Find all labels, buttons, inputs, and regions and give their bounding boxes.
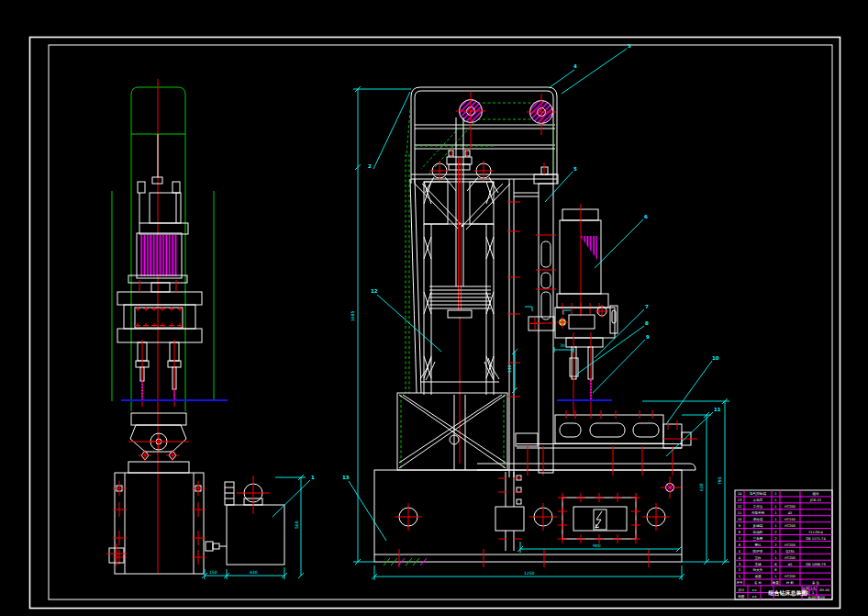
callout-label: 12 <box>371 288 378 294</box>
svg-text:电气控制箱: 电气控制箱 <box>750 491 766 496</box>
callout-label: 10 <box>712 355 719 361</box>
svg-text:5: 5 <box>739 550 740 554</box>
lightning-icon <box>595 511 602 528</box>
table-row: 5 防护罩 1 Q235 <box>735 549 832 554</box>
qty-value: 1 <box>812 591 814 595</box>
qty-label: 数量 <box>802 591 809 595</box>
svg-text:JCB-22: JCB-22 <box>809 498 821 502</box>
sheet-info: 共1张 第1张 <box>808 596 827 599</box>
svg-text:Q235: Q235 <box>785 550 795 554</box>
svg-text:立柱: 立柱 <box>754 555 762 560</box>
callout-label: 9 <box>646 334 650 340</box>
table-row: 6 带轮 2 HT200 <box>735 543 832 548</box>
svg-text:1: 1 <box>774 498 776 502</box>
table-row: 3 主轴 6 45 GB 1096-79 <box>735 562 832 567</box>
dimension-label: 1685 <box>351 310 355 321</box>
svg-text:11: 11 <box>738 511 742 515</box>
callout-label: 7 <box>645 304 649 309</box>
table-row: 1 底座 1 HT200 <box>735 574 832 579</box>
hood <box>415 184 510 230</box>
svg-text:HT150: HT150 <box>785 518 796 521</box>
title-block-sig: ×× <box>751 588 757 592</box>
callout-label: 13 <box>342 475 350 480</box>
svg-text:名 称: 名 称 <box>754 581 762 585</box>
svg-text:HT200: HT200 <box>785 575 796 578</box>
table-row: 14 电气控制箱 1 组件 <box>735 491 832 497</box>
svg-text:三角带: 三角带 <box>753 537 763 541</box>
callout-label: 4 <box>573 63 577 69</box>
head-motor-hatch <box>580 236 597 260</box>
svg-text:6: 6 <box>739 543 741 547</box>
swivel-base <box>128 413 189 473</box>
dimension-label: 430 <box>250 570 258 575</box>
callout-label: 2 <box>368 163 372 169</box>
table-row: 12 工作台 1 HT200 <box>735 505 832 510</box>
svg-text:1: 1 <box>774 492 776 496</box>
dimension-label: 1250 <box>524 571 535 576</box>
svg-text:多轴箱: 多轴箱 <box>753 523 763 528</box>
svg-text:14: 14 <box>738 492 742 496</box>
dimensions: 1685 630 795 900 1250 150 430 560 70 140 <box>202 86 729 580</box>
dimension-label: 140 <box>507 364 512 373</box>
svg-text:1: 1 <box>774 524 776 528</box>
title-block: 设计 制图 ×× ×× 组合钻床总装图 比例 数量 1:5 1 ZH–00 共1… <box>735 586 832 599</box>
table-row: 10 进给箱 1 HT150 <box>735 517 832 522</box>
left-view <box>106 79 284 574</box>
callout-label: 3 <box>628 43 631 49</box>
svg-text:45: 45 <box>788 563 793 566</box>
svg-text:1: 1 <box>774 505 776 509</box>
machine-base-left <box>106 473 206 574</box>
table-row: 4 立柱 1 HT200 <box>735 555 832 561</box>
svg-text:备 注: 备 注 <box>812 581 819 585</box>
drawing-title: 组合钻床总装图 <box>768 589 807 597</box>
svg-text:6: 6 <box>774 568 777 572</box>
svg-text:钻夹头: 钻夹头 <box>752 567 763 572</box>
work-table <box>477 410 697 476</box>
dimension-label: 150 <box>209 570 217 575</box>
svg-text:4: 4 <box>739 556 741 560</box>
svg-text:组件: 组件 <box>812 492 819 496</box>
svg-text:1: 1 <box>774 511 776 515</box>
svg-text:12: 12 <box>738 505 742 509</box>
callout-label: 5 <box>573 166 577 172</box>
callout-label: 1 <box>311 475 315 480</box>
table-row: 2 钻夹头 6 <box>735 567 832 573</box>
coolant-pump <box>206 476 284 565</box>
svg-text:材 料: 材 料 <box>785 581 794 585</box>
svg-text:7: 7 <box>739 537 740 541</box>
bom-header: 序号 名 称 数量 材 料 备 注 <box>737 581 820 585</box>
title-block-label: 设计 <box>739 588 745 592</box>
svg-text:2: 2 <box>739 568 740 572</box>
svg-text:HT200: HT200 <box>785 543 796 547</box>
svg-text:GB 1171-74: GB 1171-74 <box>806 537 826 541</box>
scale-value: 1:5 <box>810 587 815 590</box>
svg-text:底座: 底座 <box>754 574 762 578</box>
table-row: 8 电动机 2 Y112M-4 <box>735 530 832 535</box>
x-brace <box>397 393 507 470</box>
svg-text:13: 13 <box>738 498 742 502</box>
table-row: 13 冷却泵 1 JCB-22 <box>735 498 832 503</box>
svg-text:HT200: HT200 <box>785 505 796 509</box>
dimension-label: 900 <box>593 543 601 548</box>
base-holes <box>395 503 670 531</box>
svg-text:HT200: HT200 <box>785 556 796 560</box>
svg-text:数量: 数量 <box>772 581 779 585</box>
dimension-label: 560 <box>295 521 299 529</box>
svg-text:2: 2 <box>774 543 776 547</box>
svg-text:2: 2 <box>774 531 776 534</box>
svg-text:HT200: HT200 <box>785 524 796 528</box>
svg-text:工作台: 工作台 <box>753 505 763 509</box>
table-row: 9 多轴箱 1 HT200 <box>735 523 832 529</box>
svg-text:1: 1 <box>739 575 740 578</box>
bom-rows: 14 电气控制箱 1 组件 13 冷却泵 1 JCB-22 12 工作台 1 H… <box>735 491 832 579</box>
drill-head <box>525 162 618 473</box>
drawing-number: ZH–00 <box>819 588 829 592</box>
gearbox <box>117 280 202 342</box>
dimension-label: 70 <box>560 343 565 348</box>
dimension-label: 630 <box>699 483 704 491</box>
svg-text:1: 1 <box>774 550 776 554</box>
svg-text:8: 8 <box>739 531 741 534</box>
cad-drawing-canvas[interactable]: 1685 630 795 900 1250 150 430 560 70 140… <box>0 0 868 616</box>
dimension-label: 795 <box>718 476 722 485</box>
machine-base <box>374 395 682 567</box>
